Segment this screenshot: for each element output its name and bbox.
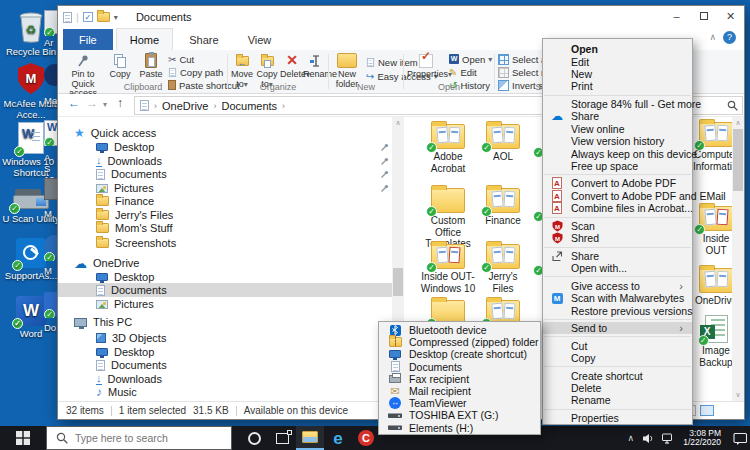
nav-quick-access[interactable]: ★Quick access: [58, 126, 392, 140]
menu-item-new[interactable]: New: [543, 68, 692, 80]
maximize-button[interactable]: [690, 6, 717, 26]
back-button[interactable]: ←: [68, 96, 80, 110]
sendto-documents[interactable]: Documents: [379, 361, 540, 373]
tray-expand-icon[interactable]: ∧: [628, 433, 635, 443]
cut-button[interactable]: ✂Cut: [168, 53, 194, 65]
scroll-down-icon[interactable]: ∨: [732, 391, 744, 399]
nav-scrollbar-thumb[interactable]: [393, 268, 403, 296]
delete-button[interactable]: ✕ Delete▾: [280, 52, 304, 80]
menu-item-restore-previous[interactable]: Restore previous versions: [543, 304, 692, 316]
sendto-toshiba-ext[interactable]: TOSHIBA EXT (G:): [379, 409, 540, 421]
properties-button[interactable]: ✓ Properties▾: [407, 52, 445, 80]
qat-dropdown-icon[interactable]: ▾: [114, 13, 118, 22]
nav-qa-pictures[interactable]: Pictures: [58, 181, 392, 195]
tab-file[interactable]: File: [63, 29, 113, 51]
partial-desktop-icon[interactable]: W✓: [44, 120, 57, 146]
menu-item-scan-malwarebytes[interactable]: MScan with Malwarebytes: [543, 292, 692, 304]
menu-item-storage[interactable]: Storage 84% full - Get more: [543, 98, 692, 110]
file-scrollbar-thumb[interactable]: [733, 129, 743, 191]
menu-item-cut[interactable]: Cut: [543, 340, 692, 352]
nav-qa-screenshots[interactable]: Screenshots: [58, 236, 392, 250]
qat-properties-icon[interactable]: ✓: [83, 12, 93, 22]
volume-icon[interactable]: [642, 433, 654, 444]
sendto-elements[interactable]: Elements (H:): [379, 422, 540, 434]
scroll-up-icon[interactable]: ∧: [732, 119, 744, 127]
sendto-bluetooth[interactable]: Bluetooth device: [379, 324, 540, 336]
nav-qa-documents[interactable]: Documents: [58, 167, 392, 181]
menu-item-open-with[interactable]: Open with...: [543, 262, 692, 274]
nav-pc-downloads[interactable]: ↓Downloads: [58, 372, 392, 386]
nav-this-pc[interactable]: This PC: [58, 315, 392, 329]
file-onedrive-folder[interactable]: OneDrive: [693, 263, 732, 307]
nav-pc-3d-objects[interactable]: 3D Objects: [58, 331, 392, 345]
file-image-backup[interactable]: X✓ Image Backup: [693, 313, 732, 368]
paste-button[interactable]: Paste: [136, 52, 166, 80]
menu-item-edit[interactable]: Edit: [543, 55, 692, 67]
menu-item-rename[interactable]: Rename: [543, 394, 692, 406]
taskbar-ccleaner[interactable]: C: [352, 426, 380, 450]
sendto-desktop-shortcut[interactable]: Desktop (create shortcut): [379, 348, 540, 360]
menu-item-combine-acrobat[interactable]: ACombine files in Acrobat...: [543, 202, 692, 214]
ribbon-collapse-icon[interactable]: ∧: [709, 32, 716, 42]
file-list-scrollbar[interactable]: ∧ ∨: [732, 117, 744, 401]
nav-od-documents-selected[interactable]: Documents: [58, 283, 392, 297]
menu-item-shred[interactable]: MShred: [543, 232, 692, 244]
copy-path-button[interactable]: Copy path: [168, 66, 223, 78]
menu-item-view-online[interactable]: View online: [543, 123, 692, 135]
tab-share[interactable]: Share: [176, 29, 231, 51]
file-adobe-acrobat[interactable]: ✓ Adobe Acrobat: [420, 119, 476, 174]
action-center-icon[interactable]: [733, 432, 748, 445]
task-view-button[interactable]: [268, 426, 296, 450]
partial-desktop-icon[interactable]: ✓: [44, 235, 57, 261]
tab-view[interactable]: View: [235, 29, 285, 51]
menu-item-view-version-history[interactable]: View version history: [543, 135, 692, 147]
menu-item-delete[interactable]: Delete: [543, 382, 692, 394]
menu-item-share[interactable]: Share: [543, 250, 692, 262]
nav-qa-finance[interactable]: Finance: [58, 194, 392, 208]
sendto-teamviewer[interactable]: ↔TeamViewer: [379, 397, 540, 409]
nav-qa-downloads[interactable]: ↓Downloads: [58, 154, 392, 168]
cortana-button[interactable]: [240, 426, 268, 450]
menu-item-always-keep[interactable]: Always keep on this device: [543, 147, 692, 159]
qat-folder-icon[interactable]: [97, 12, 110, 22]
nav-pc-desktop[interactable]: Desktop: [58, 345, 392, 359]
menu-item-open[interactable]: Open: [543, 43, 692, 55]
partial-desktop-icon[interactable]: ✓: [44, 292, 57, 318]
recent-locations-icon[interactable]: ▾: [103, 100, 107, 109]
tab-home[interactable]: Home: [116, 28, 173, 50]
file-computer-information[interactable]: ✓ Computer Information: [693, 117, 732, 172]
taskbar-edge[interactable]: e: [324, 426, 352, 450]
start-button[interactable]: [0, 426, 46, 450]
menu-item-properties[interactable]: Properties: [543, 412, 692, 424]
forward-button[interactable]: →: [86, 96, 98, 110]
nav-qa-desktop[interactable]: Desktop: [58, 140, 392, 154]
nav-onedrive[interactable]: ☁OneDrive: [58, 256, 392, 270]
taskbar-file-explorer[interactable]: [296, 426, 324, 450]
nav-od-pictures[interactable]: Pictures: [58, 297, 392, 311]
nav-qa-moms-stuff[interactable]: Mom's Stuff: [58, 221, 392, 235]
menu-item-convert-pdf-email[interactable]: AConvert to Adobe PDF and EMail: [543, 190, 692, 202]
nav-pc-music[interactable]: ♪Music: [58, 385, 392, 399]
file-finance[interactable]: ✓ Finance: [478, 183, 528, 227]
network-icon[interactable]: [662, 433, 675, 444]
rename-button[interactable]: Rename: [303, 52, 329, 80]
sendto-fax[interactable]: Fax recipient: [379, 373, 540, 385]
sendto-zip-folder[interactable]: Compressed (zipped) folder: [379, 336, 540, 348]
copy-button[interactable]: Copy: [106, 52, 134, 80]
menu-item-share-onedrive[interactable]: ☁Share: [543, 110, 692, 122]
menu-item-free-up-space[interactable]: Free up space: [543, 160, 692, 172]
partial-desktop-icon[interactable]: ✓: [44, 10, 57, 36]
up-button[interactable]: ↑: [117, 96, 123, 110]
partial-desktop-icon[interactable]: [44, 178, 57, 204]
menu-item-scan[interactable]: MScan: [543, 220, 692, 232]
nav-pc-documents[interactable]: Documents: [58, 358, 392, 372]
help-icon[interactable]: ?: [723, 31, 736, 44]
file-jerrys-files[interactable]: ✓ Jerry's Files: [478, 239, 528, 294]
thumbnail-view-icon[interactable]: [700, 405, 714, 416]
breadcrumb-documents[interactable]: Documents: [221, 100, 277, 112]
file-aol[interactable]: ✓ AOL: [478, 119, 528, 163]
menu-item-print[interactable]: Print: [543, 80, 692, 92]
tray-clock[interactable]: 3:08 PM 1/22/2020: [683, 429, 721, 448]
taskbar-search[interactable]: [46, 426, 232, 450]
menu-item-send-to[interactable]: Send to›: [543, 322, 692, 334]
